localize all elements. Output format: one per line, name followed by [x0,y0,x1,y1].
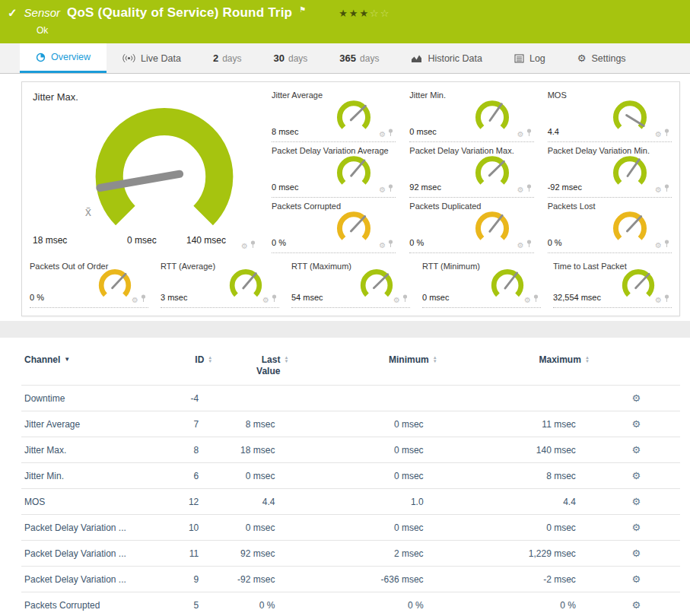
star-empty-icon[interactable]: ☆ [370,8,380,19]
star-rating[interactable]: ★★★☆☆ [339,8,390,19]
channel-maximum: 11 msec [440,411,593,437]
gauge-cell[interactable]: Packet Delay Variation Max. 92 msec ⚙ [409,142,533,198]
pin-icon[interactable] [388,237,393,249]
gear-icon[interactable]: ⚙ [655,242,662,249]
sensor-header: ✓ Sensor QoS (Quality of Service) Round … [0,0,690,43]
pin-icon[interactable] [388,126,393,138]
gauge-title: RTT (Minimum) [422,262,541,271]
pin-icon[interactable] [533,292,539,304]
edit-channel-gear-icon[interactable]: ⚙ [632,496,641,507]
pin-icon[interactable] [664,182,669,194]
column-header-last-value[interactable]: Last Value [248,354,280,377]
edit-channel-gear-icon[interactable]: ⚙ [632,522,641,533]
tab-historic-data[interactable]: Historic Data [395,43,498,73]
gear-icon[interactable]: ⚙ [655,131,662,138]
pin-icon[interactable] [526,182,532,194]
gear-icon[interactable]: ⚙ [517,242,524,249]
tab-log[interactable]: Log [498,43,561,73]
star-filled-icon[interactable]: ★ [339,8,349,19]
pin-icon[interactable] [526,126,532,138]
channel-name[interactable]: Jitter Min. [24,471,64,481]
tab-365-days[interactable]: 365 days [323,43,395,73]
edit-channel-gear-icon[interactable]: ⚙ [632,444,641,456]
tab-2-days[interactable]: 2 days [197,43,258,73]
channel-name[interactable]: Jitter Max. [24,445,66,456]
channel-name[interactable]: Packet Delay Variation ... [24,574,126,585]
channel-name[interactable]: Jitter Average [24,419,80,430]
channel-name[interactable]: Downtime [24,393,65,404]
tab-overview[interactable]: Overview [20,43,107,73]
gauge-cell[interactable]: Time to Last Packet 32,554 msec ⚙ [553,258,672,308]
sort-icon[interactable]: ▲▼ [585,356,590,364]
pin-icon[interactable] [664,126,669,138]
tab-30-days[interactable]: 30 days [258,43,324,73]
table-row[interactable]: Jitter Min. 6 0 msec 0 msec 8 msec ⚙ [21,463,680,489]
edit-channel-gear-icon[interactable]: ⚙ [632,599,641,611]
gauge-cell[interactable]: Packet Delay Variation Min. -92 msec ⚙ [548,142,672,198]
gauge-cell[interactable]: RTT (Minimum) 0 msec ⚙ [422,258,541,308]
pin-icon[interactable] [664,237,669,249]
table-row[interactable]: Packet Delay Variation ... 11 92 msec 2 … [21,541,680,567]
pin-icon[interactable] [250,238,256,250]
caret-down-icon[interactable]: ▼ [64,356,70,363]
edit-channel-gear-icon[interactable]: ⚙ [632,392,641,404]
gauge-cell[interactable]: RTT (Maximum) 54 msec ⚙ [291,258,410,308]
edit-channel-gear-icon[interactable]: ⚙ [632,548,641,559]
gauge-cell[interactable]: MOS 4.4 ⚙ [548,87,672,142]
gear-icon[interactable]: ⚙ [379,131,386,138]
gauge-value: -92 msec [548,183,582,192]
sort-down-icon: ▼ [433,360,437,364]
star-empty-icon[interactable]: ☆ [380,8,391,19]
table-row[interactable]: MOS 12 4.4 1.0 4.4 ⚙ [21,489,680,515]
tab-live-data[interactable]: Live Data [107,43,197,73]
edit-channel-gear-icon[interactable]: ⚙ [632,470,641,481]
channel-name[interactable]: Packets Corrupted [24,600,100,611]
edit-channel-gear-icon[interactable]: ⚙ [632,573,641,585]
flag-icon[interactable]: ⚑ [299,5,306,14]
sort-icon[interactable]: ▲▼ [208,356,212,364]
table-row[interactable]: Jitter Average 7 8 msec 0 msec 11 msec ⚙ [21,411,680,437]
channel-name[interactable]: Packet Delay Variation ... [24,548,126,559]
pin-icon[interactable] [272,292,277,304]
tab-settings[interactable]: ⚙ Settings [561,43,642,73]
table-row[interactable]: Packet Delay Variation ... 10 0 msec 0 m… [21,515,680,541]
sort-icon[interactable]: ▲▼ [284,356,288,364]
star-filled-icon[interactable]: ★ [359,8,370,19]
pin-icon[interactable] [402,292,408,304]
gear-icon[interactable]: ⚙ [379,242,386,249]
table-row[interactable]: Jitter Max. 8 18 msec 0 msec 140 msec ⚙ [21,437,680,463]
channel-name[interactable]: MOS [24,497,45,507]
star-filled-icon[interactable]: ★ [349,8,360,19]
sort-icon[interactable]: ▲▼ [433,356,437,364]
gauge-cell[interactable]: RTT (Average) 3 msec ⚙ [161,258,279,308]
pin-icon[interactable] [526,237,532,249]
gauge-cell[interactable]: Jitter Average 8 msec ⚙ [272,87,396,142]
table-row[interactable]: Downtime -4 ⚙ [21,386,680,411]
gauge-cell[interactable]: Packets Duplicated 0 % ⚙ [409,198,533,253]
gauge-cell[interactable]: Packets Out of Order 0 % ⚙ [30,258,148,308]
column-header-maximum[interactable]: Maximum [539,354,581,365]
table-row[interactable]: Packets Corrupted 5 0 % 0 % 0 % ⚙ [21,592,680,616]
gear-icon[interactable]: ⚙ [655,186,662,194]
gauge-cell[interactable]: Packets Corrupted 0 % ⚙ [272,198,396,253]
channel-last-value: 92 msec [215,541,291,567]
big-gauge-jitter-max[interactable]: Jitter Max. x̄ 18 msec 0 msec 140 msec ⚙ [30,87,258,253]
pin-icon[interactable] [388,182,393,194]
channel-name[interactable]: Packet Delay Variation ... [24,522,126,533]
gauge-title: Packets Out of Order [30,262,148,271]
gear-icon[interactable]: ⚙ [379,186,386,194]
gear-icon[interactable]: ⚙ [517,131,524,138]
table-row[interactable]: Packet Delay Variation ... 9 -92 msec -6… [21,567,680,592]
gauge-title: Packet Delay Variation Max. [409,146,533,155]
edit-channel-gear-icon[interactable]: ⚙ [632,418,641,430]
gear-icon[interactable]: ⚙ [517,186,524,194]
pin-icon[interactable] [141,292,146,304]
column-header-id[interactable]: ID [195,354,204,365]
pin-icon[interactable] [664,292,669,304]
gear-icon[interactable]: ⚙ [241,243,248,250]
column-header-channel[interactable]: Channel [24,354,60,365]
column-header-minimum[interactable]: Minimum [389,354,429,365]
gauge-cell[interactable]: Packet Delay Variation Average 0 msec ⚙ [272,142,396,198]
gauge-cell[interactable]: Jitter Min. 0 msec ⚙ [409,87,533,142]
gauge-cell[interactable]: Packets Lost 0 % ⚙ [548,198,672,253]
